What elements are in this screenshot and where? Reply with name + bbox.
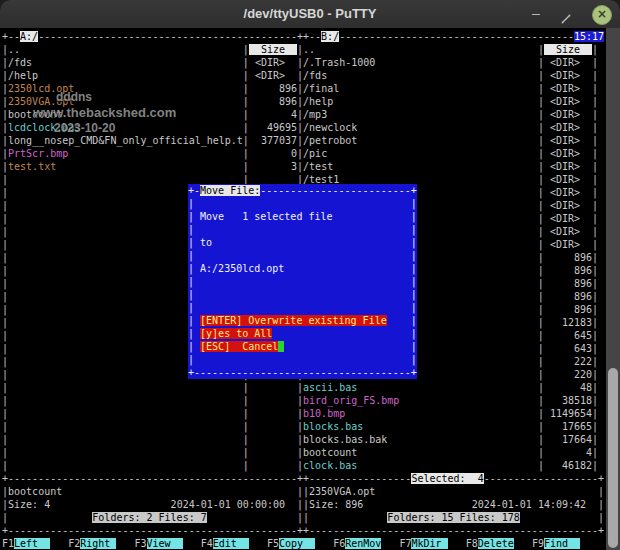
terminal-text: | [592, 226, 598, 237]
terminal-text: || [297, 499, 309, 510]
terminal-text: | [592, 70, 598, 81]
file-name[interactable]: ascii.bas [303, 382, 538, 393]
terminal-text: | [598, 499, 604, 510]
file-name[interactable]: bird_orig_FS.bmp [303, 395, 538, 406]
scrollbar-track[interactable] [606, 28, 620, 550]
scrollbar-thumb[interactable] [608, 368, 618, 548]
terminal-text: | [411, 354, 417, 365]
terminal-text: -------------------------+ [260, 185, 417, 196]
file-name[interactable]: test.txt [8, 161, 243, 172]
fkey-label: F1 [2, 538, 14, 549]
file-name[interactable]: /petrobot [303, 135, 538, 146]
terminal-text [387, 315, 411, 326]
terminal-text: | [243, 44, 249, 55]
terminal-text: | [592, 187, 598, 198]
terminal-text: -------------------+ [484, 473, 604, 484]
terminal-text: | [2, 382, 243, 393]
file-size: 896 [544, 304, 592, 315]
terminal-row: | | |blocks.bas.bak | 17664| [2, 433, 606, 446]
terminal-text: | [411, 315, 417, 326]
file-name[interactable]: /fds [303, 70, 538, 81]
file-size: <DIR> [249, 57, 297, 68]
file-size: <DIR> [544, 83, 592, 94]
fkey-copy[interactable]: Copy [279, 538, 315, 549]
fkey-find[interactable]: Find [544, 538, 580, 549]
file-name[interactable]: long__nosep_CMD&FN_only_official_help.t [8, 135, 243, 146]
terminal-text: || [297, 486, 309, 497]
file-size: <DIR> [544, 135, 592, 146]
file-name[interactable]: /help [303, 96, 538, 107]
file-size: <DIR> [249, 70, 297, 81]
terminal-text: | [592, 96, 598, 107]
watermark-line: www.thebackshed.com [33, 105, 176, 120]
maximize-button[interactable] [554, 0, 578, 28]
terminal-text: | [411, 211, 417, 222]
file-name[interactable]: /fds [8, 57, 243, 68]
terminal-text: | [592, 408, 598, 419]
fkey-mkdir[interactable]: MkDir [411, 538, 447, 549]
terminal-text: | [2, 408, 243, 419]
fkey-right[interactable]: Right [80, 538, 116, 549]
fkey-left[interactable]: Left [14, 538, 50, 549]
file-name[interactable]: /test [303, 161, 538, 172]
terminal-text: | [592, 460, 598, 471]
file-name[interactable]: b10.bmp [303, 408, 538, 419]
terminal-text: | [592, 421, 598, 432]
file-name[interactable]: 2350lcd.opt [8, 83, 243, 94]
file-size: <DIR> [544, 226, 592, 237]
terminal-text: | [2, 434, 243, 445]
terminal-text [194, 302, 411, 313]
terminal-row: | | |clock.bas | 46182| [2, 459, 606, 472]
terminal-text [8, 512, 92, 523]
file-size: 17664 [544, 434, 592, 445]
right-panel-path[interactable]: B:/ [321, 31, 339, 42]
file-size: 222 [544, 356, 592, 367]
file-name[interactable]: PrtScr.bmp [8, 148, 243, 159]
file-size: 896 [544, 291, 592, 302]
terminal-text [448, 538, 466, 549]
file-size: 377037 [249, 135, 297, 146]
file-name[interactable]: blocks.bas [303, 421, 538, 432]
file-name[interactable]: /pic [303, 148, 538, 159]
file-name[interactable]: /final [303, 83, 538, 94]
terminal-row: |long__nosep_CMD&FN_only_official_help.t… [2, 134, 606, 147]
dialog-row: +------------------------------------+ [188, 366, 417, 379]
fkey-delete[interactable]: Delete [478, 538, 514, 549]
titlebar[interactable]: /dev/ttyUSB0 - PuTTY – × [0, 0, 620, 29]
file-name[interactable]: /.Trash-1000 [303, 57, 538, 68]
fkey-edit[interactable]: Edit [213, 538, 249, 549]
file-name[interactable]: clock.bas [303, 460, 538, 471]
dialog-row: | | [188, 249, 417, 262]
file-name[interactable]: /newclock [303, 122, 538, 133]
fkey-label: F7 [399, 538, 411, 549]
terminal-text: | [411, 276, 417, 287]
file-name[interactable]: /mp3 [303, 109, 538, 120]
status-date: 2024-01-01 00:00:00 [171, 499, 285, 510]
watermark-line: 2023-10-20 [54, 121, 115, 135]
terminal-text [194, 354, 411, 365]
terminal-text: | [592, 57, 598, 68]
fkey-view[interactable]: View [147, 538, 183, 549]
file-name[interactable]: /help [8, 70, 243, 81]
file-size: <DIR> [544, 109, 592, 120]
terminal-text: | [592, 447, 598, 458]
file-name[interactable]: bootcount [303, 447, 538, 458]
minimize-button[interactable]: – [524, 0, 548, 28]
fkey-renmov[interactable]: RenMov [345, 538, 381, 549]
file-name[interactable]: blocks.bas.bak [303, 434, 538, 445]
terminal-text: | [592, 239, 598, 250]
file-size: 0 [249, 148, 297, 159]
status-size: Size: 896 [309, 499, 363, 510]
fkey-label: F3 [134, 538, 146, 549]
terminal-text [116, 538, 134, 549]
terminal-text [194, 289, 411, 300]
file-name[interactable]: lcdclock.bas [8, 122, 243, 133]
terminal-text: | [2, 421, 243, 432]
close-button[interactable]: × [592, 5, 612, 25]
file-name[interactable]: .. [8, 44, 243, 55]
file-name[interactable]: .. [303, 44, 538, 55]
terminal-row: |/fds | <DIR> |/.Trash-1000 | <DIR> | [2, 56, 606, 69]
terminal-text [272, 328, 410, 339]
terminal-row: |bootcount ||2350VGA.opt | [2, 485, 606, 498]
left-panel-path[interactable]: A:/ [20, 31, 38, 42]
